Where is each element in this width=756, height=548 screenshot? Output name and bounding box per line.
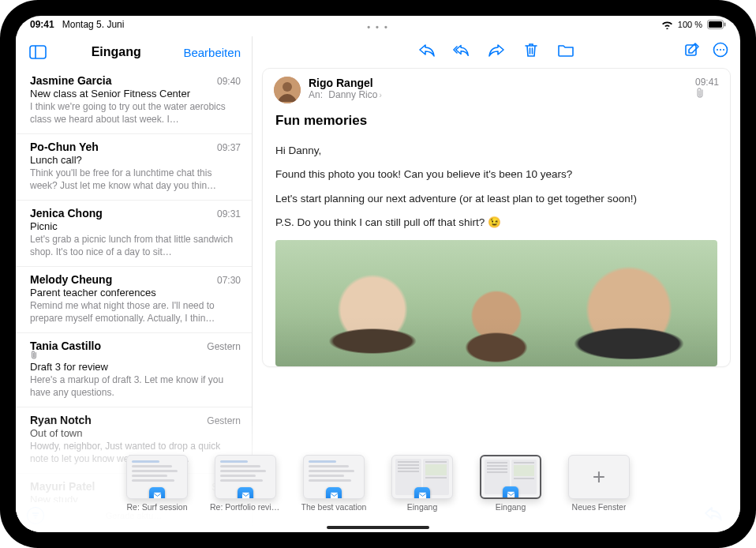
inbox-time: 09:40 bbox=[217, 76, 241, 87]
reply-all-button[interactable] bbox=[453, 41, 470, 58]
window-thumbnail bbox=[215, 455, 276, 499]
svg-rect-3 bbox=[30, 46, 46, 58]
inbox-sender: Melody Cheung bbox=[30, 273, 112, 286]
inbox-time: 09:31 bbox=[217, 208, 241, 220]
inbox-time: 07:30 bbox=[217, 275, 241, 286]
svg-rect-15 bbox=[153, 492, 160, 497]
mail-app-icon bbox=[238, 487, 253, 499]
window-thumbnail bbox=[303, 455, 365, 499]
mail-app-icon bbox=[326, 487, 342, 499]
inbox-sender: Po-Chun Yeh bbox=[30, 141, 99, 153]
body-line: P.S. Do you think I can still pull off t… bbox=[275, 213, 717, 232]
svg-point-11 bbox=[720, 49, 721, 51]
inbox-subject: Out of town bbox=[30, 427, 241, 439]
status-date: Montag 5. Juni bbox=[62, 19, 125, 30]
svg-rect-1 bbox=[709, 21, 722, 28]
status-bar: 09:41 Montag 5. Juni • • • 100 % bbox=[16, 16, 740, 30]
compose-button[interactable] bbox=[683, 41, 701, 58]
inbox-time: Gestern bbox=[207, 415, 241, 426]
status-left: 09:41 Montag 5. Juni bbox=[30, 19, 124, 30]
inbox-subject: Parent teacher conferences bbox=[30, 287, 241, 298]
sender-avatar[interactable]: RR bbox=[274, 77, 301, 103]
attachment-icon bbox=[695, 88, 719, 99]
mail-app-icon bbox=[414, 487, 430, 499]
status-time: 09:41 bbox=[30, 19, 54, 30]
shelf-label: Neues Fenster bbox=[572, 502, 627, 512]
svg-point-14 bbox=[283, 82, 292, 92]
inbox-sender: Tania Castillo bbox=[30, 340, 101, 352]
inbox-time: Gestern bbox=[207, 341, 241, 352]
more-button[interactable] bbox=[712, 41, 729, 58]
inbox-item[interactable]: Jenica Chong09:31PicnicLet's grab a picn… bbox=[16, 201, 252, 267]
svg-rect-18 bbox=[418, 492, 425, 497]
to-name: Danny Rico bbox=[328, 89, 377, 100]
inbox-sender: Jasmine Garcia bbox=[30, 74, 112, 87]
svg-point-12 bbox=[723, 49, 724, 51]
svg-rect-2 bbox=[724, 23, 726, 27]
chevron-right-icon: › bbox=[379, 91, 381, 99]
inbox-preview: Think you'll be free for a lunchtime cha… bbox=[30, 167, 241, 192]
edit-button[interactable]: Bearbeiten bbox=[183, 46, 241, 59]
sidebar-header: Eingang Bearbeiten bbox=[16, 36, 252, 68]
inbox-subject: Picnic bbox=[30, 220, 241, 232]
plus-icon: + bbox=[568, 455, 630, 499]
shelf-window[interactable]: Re: Surf session bbox=[122, 455, 193, 512]
inbox-subject: New class at Senior Fitness Center bbox=[30, 88, 241, 99]
wifi-icon bbox=[661, 21, 673, 29]
to-prefix: An: bbox=[309, 89, 323, 100]
app-shelf[interactable]: Re: Surf sessionRe: Portfolio reviewThe … bbox=[16, 450, 740, 526]
battery-text: 100 % bbox=[678, 20, 702, 29]
inbox-sender: Jenica Chong bbox=[30, 207, 103, 220]
svg-rect-16 bbox=[241, 492, 249, 497]
window-thumbnail bbox=[126, 455, 188, 499]
inbox-time: 09:37 bbox=[217, 142, 241, 153]
reply-button[interactable] bbox=[418, 41, 436, 58]
shelf-window[interactable]: The best vacation bbox=[298, 455, 369, 512]
inbox-item[interactable]: Po-Chun Yeh09:37Lunch call?Think you'll … bbox=[16, 134, 252, 201]
shelf-label: Re: Surf session bbox=[126, 502, 187, 512]
window-thumbnail bbox=[391, 455, 453, 499]
mail-app-icon bbox=[149, 487, 165, 499]
message-time: 09:41 bbox=[695, 77, 719, 88]
home-indicator[interactable] bbox=[327, 526, 429, 529]
shelf-label: Eingang bbox=[496, 502, 526, 512]
to-line[interactable]: An: Danny Rico › bbox=[309, 89, 687, 100]
svg-point-10 bbox=[717, 49, 718, 51]
svg-rect-17 bbox=[330, 492, 337, 497]
multitask-dots[interactable]: • • • bbox=[367, 22, 389, 32]
body-line: Found this photo you took! Can you belie… bbox=[275, 165, 717, 184]
inbox-preview: Let's grab a picnic lunch from that litt… bbox=[30, 233, 241, 258]
body-line: Let's start planning our next adventure … bbox=[275, 190, 717, 208]
shelf-label: The best vacation bbox=[301, 502, 367, 512]
message-toolbar bbox=[253, 36, 740, 63]
shelf-window[interactable]: Eingang bbox=[475, 455, 546, 512]
move-button[interactable] bbox=[557, 41, 574, 58]
message-header[interactable]: RR Rigo Rangel An: Danny Rico › bbox=[263, 69, 730, 110]
inbox-list[interactable]: Jasmine Garcia09:40New class at Senior F… bbox=[16, 68, 252, 502]
forward-button[interactable] bbox=[488, 41, 505, 58]
message-body: Hi Danny, Found this photo you took! Can… bbox=[263, 129, 730, 366]
shelf-window[interactable]: Re: Portfolio review bbox=[210, 455, 281, 512]
inbox-item[interactable]: Jasmine Garcia09:40New class at Senior F… bbox=[16, 68, 252, 134]
inbox-preview: I think we're going to try out the water… bbox=[30, 100, 241, 126]
body-line: Hi Danny, bbox=[275, 141, 717, 160]
inbox-sender: Ryan Notch bbox=[30, 414, 92, 426]
battery-icon bbox=[707, 20, 726, 29]
delete-button[interactable] bbox=[522, 41, 540, 58]
sidebar-toggle-button[interactable] bbox=[27, 43, 49, 62]
inbox-item[interactable]: Melody Cheung07:30Parent teacher confere… bbox=[16, 267, 252, 333]
ipad-frame: 09:41 Montag 5. Juni • • • 100 % bbox=[0, 0, 756, 548]
from-name: Rigo Rangel bbox=[309, 77, 687, 89]
inbox-item[interactable]: Tania CastilloGesternDraft 3 for reviewH… bbox=[16, 333, 252, 407]
inbox-subject: Draft 3 for review bbox=[30, 361, 241, 373]
shelf-window[interactable]: Eingang bbox=[387, 455, 458, 512]
new-window-button[interactable]: +Neues Fenster bbox=[563, 455, 634, 512]
message-meta: 09:41 bbox=[695, 77, 719, 99]
mail-app-icon bbox=[503, 486, 518, 499]
attached-photo[interactable] bbox=[275, 240, 717, 366]
shelf-label: Re: Portfolio review bbox=[210, 502, 281, 512]
sidebar-title: Eingang bbox=[92, 45, 141, 59]
inbox-preview: Remind me what night those are. I'll nee… bbox=[30, 299, 241, 325]
message-card: RR Rigo Rangel An: Danny Rico › bbox=[262, 68, 731, 367]
screen: 09:41 Montag 5. Juni • • • 100 % bbox=[16, 16, 740, 532]
